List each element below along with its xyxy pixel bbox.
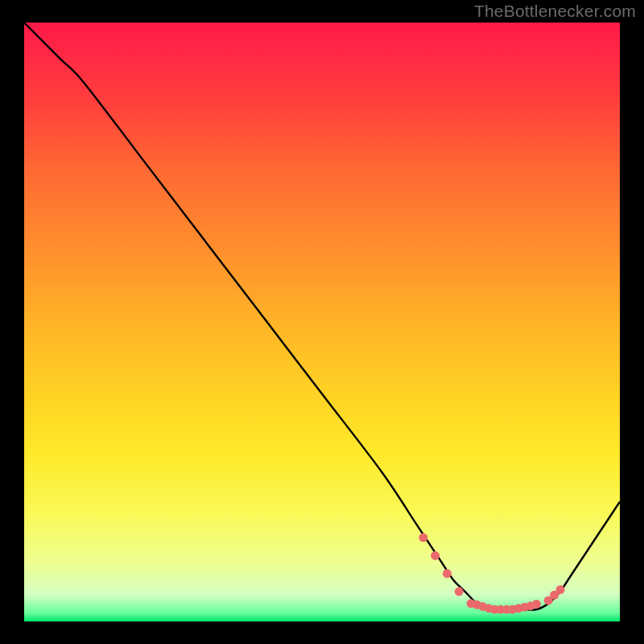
marker-dot: [532, 600, 541, 609]
marker-dot: [419, 533, 427, 542]
chart-stage: TheBottlenecker.com: [0, 0, 644, 644]
bottleneck-chart: [0, 0, 644, 644]
attribution-text: TheBottlenecker.com: [474, 2, 636, 21]
marker-dot: [556, 585, 565, 594]
marker-dot: [431, 551, 440, 560]
gradient-panel: [24, 23, 620, 621]
marker-dot: [455, 587, 464, 596]
marker-dot: [443, 569, 452, 578]
